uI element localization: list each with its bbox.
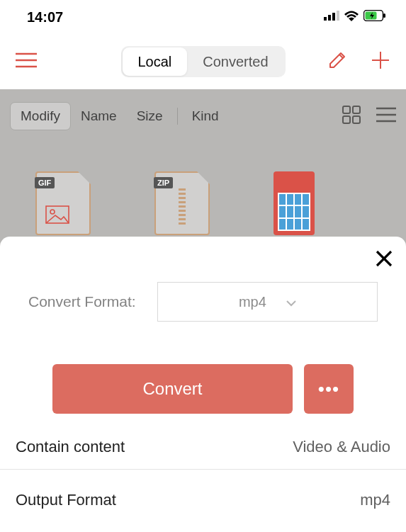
sort-toolbar: Modify Name Size Kind: [0, 89, 406, 143]
status-time: 14:07: [27, 9, 63, 26]
nav-bar: Local Converted: [0, 34, 406, 89]
svg-rect-15: [353, 116, 360, 123]
zip-icon: [179, 188, 186, 227]
svg-rect-2: [332, 13, 335, 21]
svg-rect-5: [383, 13, 385, 18]
file-badge: ZIP: [154, 177, 173, 188]
svg-rect-14: [343, 116, 350, 123]
sort-divider: [177, 108, 178, 125]
file-item[interactable]: [274, 171, 315, 235]
meta-label: Contain content: [16, 438, 125, 456]
meta-row-contain[interactable]: Contain content Video & Audio: [0, 414, 406, 469]
meta-label: Output Format: [16, 491, 116, 509]
sort-size[interactable]: Size: [127, 103, 173, 130]
svg-rect-0: [324, 17, 327, 21]
svg-point-20: [50, 210, 55, 214]
svg-rect-12: [343, 106, 350, 113]
format-label: Convert Format:: [28, 293, 136, 310]
menu-icon[interactable]: [16, 52, 37, 71]
poster-icon: [278, 193, 310, 231]
wifi-icon: [344, 10, 359, 24]
meta-value: mp4: [360, 491, 390, 509]
meta-value: Video & Audio: [293, 438, 390, 456]
svg-rect-1: [328, 15, 331, 21]
meta-row-output[interactable]: Output Format mp4: [0, 469, 406, 522]
tab-converted[interactable]: Converted: [187, 47, 283, 76]
edit-icon[interactable]: [328, 51, 346, 72]
sort-modify[interactable]: Modify: [10, 102, 71, 130]
svg-rect-13: [353, 106, 360, 113]
list-view-icon[interactable]: [376, 107, 396, 125]
format-select[interactable]: mp4: [157, 282, 378, 322]
close-icon[interactable]: [375, 249, 393, 271]
sort-name[interactable]: Name: [71, 103, 127, 130]
svg-rect-3: [337, 11, 339, 21]
file-badge: GIF: [35, 177, 55, 188]
tab-local[interactable]: Local: [122, 47, 187, 76]
more-button[interactable]: •••: [304, 364, 354, 414]
sort-kind[interactable]: Kind: [182, 103, 229, 130]
file-item[interactable]: GIF: [35, 171, 91, 235]
chevron-down-icon: [286, 294, 296, 310]
image-icon: [45, 205, 69, 227]
battery-icon: [363, 10, 386, 24]
convert-button[interactable]: Convert: [52, 364, 293, 414]
file-item[interactable]: ZIP: [154, 171, 210, 235]
cellular-icon: [324, 11, 339, 23]
status-bar: 14:07: [0, 0, 406, 34]
tabs-segmented: Local Converted: [120, 46, 285, 77]
add-icon[interactable]: [371, 50, 390, 73]
format-value: mp4: [239, 294, 266, 310]
grid-view-icon[interactable]: [342, 106, 361, 127]
status-icons: [324, 10, 386, 24]
convert-sheet: Convert Format: mp4 Convert ••• Contain …: [0, 237, 406, 532]
